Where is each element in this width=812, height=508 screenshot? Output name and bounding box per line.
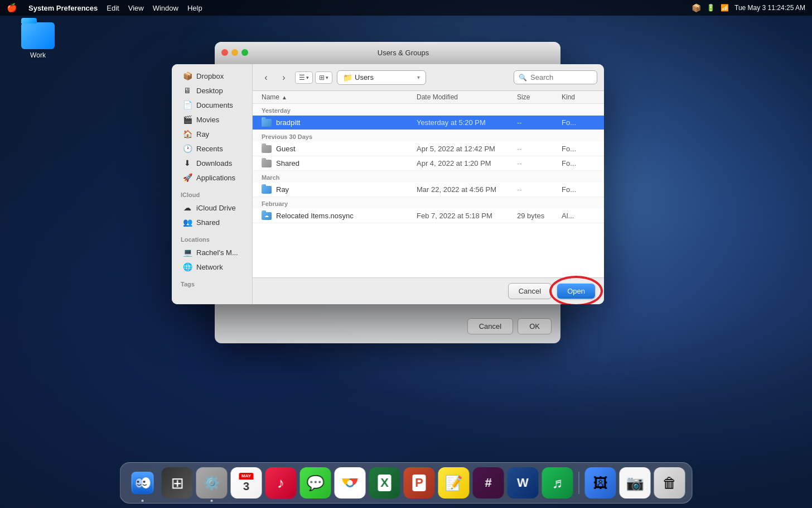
sidebar-shared-label: Shared bbox=[196, 218, 220, 227]
grid-view-chevron: ▾ bbox=[326, 75, 328, 80]
apple-menu[interactable]: 🍎 bbox=[7, 3, 17, 13]
file-date-ray: Mar 22, 2022 at 4:56 PM bbox=[417, 185, 517, 194]
bg-cancel-button[interactable]: Cancel bbox=[467, 318, 513, 334]
excel-icon: X bbox=[378, 475, 392, 491]
sidebar-item-movies[interactable]: 🎬 Movies bbox=[174, 112, 250, 127]
sidebar-item-icloud-drive[interactable]: ☁ iCloud Drive bbox=[174, 200, 250, 215]
dock-spotify[interactable]: ♬ bbox=[542, 467, 573, 499]
svg-point-3 bbox=[136, 478, 143, 487]
open-button[interactable]: Open bbox=[557, 284, 595, 299]
sidebar-item-rachels-mac[interactable]: 💻 Rachel's M... bbox=[174, 245, 250, 260]
sidebar-item-documents[interactable]: 📄 Documents bbox=[174, 98, 250, 112]
sort-arrow-icon: ▲ bbox=[282, 94, 287, 100]
menubar-edit[interactable]: Edit bbox=[107, 4, 119, 12]
svg-point-8 bbox=[347, 480, 353, 486]
file-row-guest[interactable]: Guest Apr 5, 2022 at 12:42 PM -- Fo... bbox=[253, 142, 604, 156]
dock-photos[interactable]: 📷 bbox=[620, 467, 651, 499]
sidebar-movies-label: Movies bbox=[196, 116, 219, 124]
chrome-icon bbox=[340, 473, 360, 493]
sidebar-item-dropbox[interactable]: 📦 Dropbox bbox=[174, 69, 250, 83]
sidebar-favorites-section: 📦 Dropbox 🖥 Desktop 📄 Documents 🎬 Movies… bbox=[172, 69, 252, 185]
grid-view-icon: ⊞ bbox=[319, 74, 325, 82]
sidebar-item-network[interactable]: 🌐 Network bbox=[174, 260, 250, 274]
shared-folder-icon bbox=[262, 160, 272, 167]
search-icon: 🔍 bbox=[519, 74, 527, 82]
dock-chrome[interactable] bbox=[335, 467, 366, 499]
file-row-relocated[interactable]: ☁ Relocated Items.nosync Feb 7, 2022 at … bbox=[253, 209, 604, 223]
location-selector[interactable]: 📁 Users ▾ bbox=[337, 70, 426, 85]
photos-icon: 📷 bbox=[626, 475, 644, 492]
network-icon: 🌐 bbox=[183, 262, 192, 271]
file-date-shared: Apr 4, 2022 at 1:20 PM bbox=[417, 159, 517, 167]
dock-launchpad[interactable]: ⊞ bbox=[162, 467, 193, 499]
syspref-icon: ⚙️ bbox=[204, 475, 220, 491]
back-button[interactable]: ‹ bbox=[259, 71, 273, 84]
launchpad-icon: ⊞ bbox=[171, 474, 183, 492]
file-row-bradpitt[interactable]: bradpitt Yesterday at 5:20 PM -- Fo... bbox=[253, 116, 604, 130]
dock-trash[interactable]: 🗑 bbox=[654, 467, 685, 499]
dock-preview[interactable]: 🖼 bbox=[585, 467, 616, 499]
minimize-btn[interactable] bbox=[231, 49, 238, 56]
spotify-icon: ♬ bbox=[552, 475, 563, 492]
grid-view-button[interactable]: ⊞ ▾ bbox=[315, 71, 332, 84]
column-date-header[interactable]: Date Modified bbox=[417, 93, 517, 101]
menubar-help[interactable]: Help bbox=[187, 4, 202, 12]
sidebar-item-desktop[interactable]: 🖥 Desktop bbox=[174, 83, 250, 98]
forward-button[interactable]: › bbox=[277, 71, 291, 84]
view-controls: ☰ ▾ ⊞ ▾ bbox=[295, 71, 332, 84]
sidebar-item-shared-icloud[interactable]: 👥 Shared bbox=[174, 215, 250, 229]
sidebar-item-applications[interactable]: 🚀 Applications bbox=[174, 170, 250, 185]
column-kind-header[interactable]: Kind bbox=[562, 93, 595, 101]
dock-system-preferences[interactable]: ⚙️ bbox=[196, 467, 228, 499]
column-name-header[interactable]: Name ▲ bbox=[262, 93, 417, 101]
cancel-button[interactable]: Cancel bbox=[508, 283, 552, 299]
desktop-work-folder[interactable]: Work bbox=[16, 22, 60, 59]
menubar-battery-icon: 🔋 bbox=[707, 4, 715, 12]
menubar-view[interactable]: View bbox=[128, 4, 144, 12]
sidebar-item-ray[interactable]: 🏠 Ray bbox=[174, 127, 250, 141]
sidebar-tags-title: Tags bbox=[172, 276, 252, 290]
music-icon: ♪ bbox=[277, 475, 284, 492]
sidebar-item-downloads[interactable]: ⬇ Downloads bbox=[174, 156, 250, 170]
file-name-cell-shared: Shared bbox=[262, 159, 417, 167]
messages-icon: 💬 bbox=[307, 475, 325, 492]
menubar-dropbox-icon: 📦 bbox=[692, 3, 701, 12]
dock-slack[interactable]: # bbox=[473, 467, 504, 499]
sidebar: 📦 Dropbox 🖥 Desktop 📄 Documents 🎬 Movies… bbox=[172, 64, 253, 304]
dock-notes[interactable]: 📝 bbox=[438, 467, 470, 499]
bg-ok-button[interactable]: OK bbox=[518, 318, 552, 334]
dropbox-icon: 📦 bbox=[183, 71, 192, 80]
sidebar-recents-label: Recents bbox=[196, 145, 223, 153]
notes-icon: 📝 bbox=[445, 475, 463, 492]
ppt-icon: P bbox=[412, 475, 426, 491]
work-folder-label: Work bbox=[30, 51, 46, 59]
dock-excel[interactable]: X bbox=[369, 467, 400, 499]
column-size-header[interactable]: Size bbox=[517, 93, 562, 101]
dock-divider bbox=[579, 472, 579, 494]
search-input[interactable] bbox=[530, 73, 592, 82]
file-row-ray[interactable]: Ray Mar 22, 2022 at 4:56 PM -- Fo... bbox=[253, 183, 604, 197]
dock-calendar[interactable]: MAY 3 bbox=[231, 467, 262, 499]
dock-word[interactable]: W bbox=[508, 467, 539, 499]
section-february: February bbox=[253, 197, 604, 209]
dock-messages[interactable]: 💬 bbox=[300, 467, 331, 499]
file-size-bradpitt: -- bbox=[517, 118, 562, 127]
sidebar-ray-label: Ray bbox=[196, 130, 209, 138]
file-size-shared: -- bbox=[517, 159, 562, 167]
file-list: Name ▲ Date Modified Size Kind Yesterday… bbox=[253, 91, 604, 277]
close-btn[interactable] bbox=[221, 49, 228, 56]
maximize-btn[interactable] bbox=[241, 49, 248, 56]
location-name: Users bbox=[355, 73, 374, 82]
dock-music[interactable]: ♪ bbox=[265, 467, 297, 499]
file-row-shared[interactable]: Shared Apr 4, 2022 at 1:20 PM -- Fo... bbox=[253, 156, 604, 171]
list-view-button[interactable]: ☰ ▾ bbox=[295, 71, 313, 84]
icloud-drive-icon: ☁ bbox=[183, 203, 192, 212]
dock-finder[interactable] bbox=[127, 467, 158, 499]
dock-powerpoint[interactable]: P bbox=[404, 467, 435, 499]
sidebar-item-recents[interactable]: 🕐 Recents bbox=[174, 141, 250, 156]
sidebar-locations-title: Locations bbox=[172, 232, 252, 245]
menubar-app-name[interactable]: System Preferences bbox=[28, 4, 98, 12]
menubar-window[interactable]: Window bbox=[153, 4, 178, 12]
file-size-ray: -- bbox=[517, 185, 562, 194]
location-bar: 📁 Users ▾ bbox=[337, 70, 509, 85]
